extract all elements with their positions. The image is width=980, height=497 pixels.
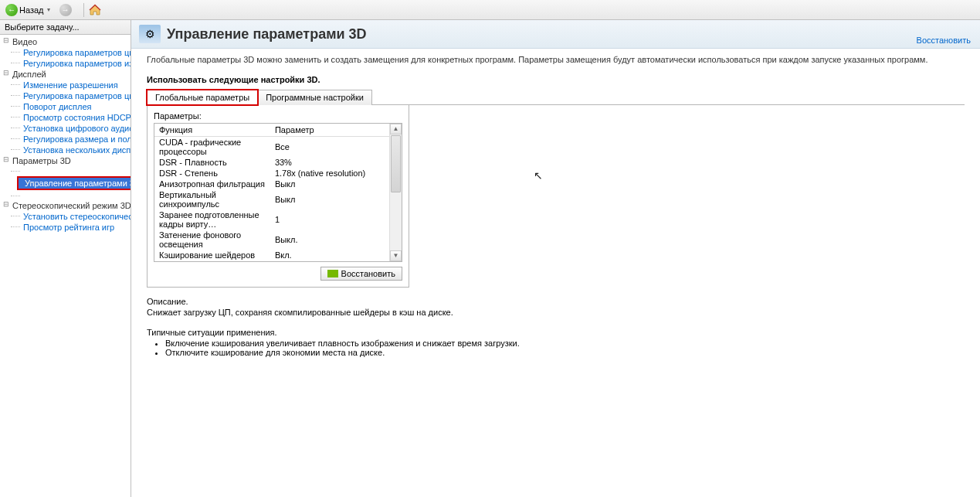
params-grid: Функция Параметр CUDA - графические проц… [154,123,402,262]
tree-item[interactable]: Настройка конфигур... [3,191,131,200]
cell-function: Затенение фонового освещения [154,230,270,250]
cell-parameter: Выкл. [270,230,389,250]
table-row[interactable]: Анизотропная фильтрацияВыкл [154,179,389,189]
cell-function: Максимальное количество заранее под… [154,260,270,261]
cell-parameter: Использовать настройку 3D-приложения [270,260,389,261]
settings-panel: Параметры: Функция Параметр CUDA - графи… [147,105,409,288]
banner-icon: ⚙ [139,25,161,43]
cell-parameter: 1.78x (native resolution) [270,168,389,179]
list-item: Включение кэширования увеличивает плавно… [165,339,965,348]
cell-parameter: Выкл [270,189,389,209]
restore-defaults-link[interactable]: Восстановить [917,36,971,45]
tree-item[interactable]: Изменение разрешения [3,80,131,90]
scrollbar[interactable]: ▲ ▼ [389,124,402,261]
tab-global[interactable]: Глобальные параметры [147,90,258,105]
toolbar: ← Назад ▾ → [0,0,980,20]
sidebar: Выберите задачу... Видео Регулировка пар… [0,20,131,497]
table-row[interactable]: Затенение фонового освещенияВыкл. [154,230,389,250]
sidebar-header: Выберите задачу... [0,20,131,35]
cell-function: CUDA - графические процессоры [154,137,270,158]
tree-item[interactable]: Регулировка параметров цвета для вид [3,47,131,58]
tree-group-video[interactable]: Видео [3,36,131,47]
home-icon[interactable] [89,4,101,16]
table-row[interactable]: DSR - Плавность33% [154,157,389,168]
back-label: Назад [19,5,44,15]
page-title: Управление параметрами 3D [167,26,367,43]
tree-item[interactable]: Регулировка параметров цвета рабочег [3,90,131,101]
cell-parameter: Выкл [270,179,389,189]
description-text: Снижает загрузку ЦП, сохраняя скомпилиро… [147,308,965,317]
tree-group-stereo[interactable]: Стереоскопический режим 3D [3,200,131,211]
cell-function: DSR - Плавность [154,157,270,168]
col-parameter[interactable]: Параметр [270,124,389,137]
tree-item-selected[interactable]: Управление параметрами 3D [19,178,131,189]
toolbar-separator [83,3,84,17]
tree-item[interactable]: Регулировка размера и положения рабо [3,134,131,145]
cell-parameter: Все [270,137,389,158]
table-row[interactable]: DSR - Степень1.78x (native resolution) [154,168,389,179]
tree-group-display[interactable]: Дисплей [3,69,131,80]
nav-tree: Видео Регулировка параметров цвета для в… [0,35,131,234]
description-label: Описание. [147,297,965,306]
tree-item[interactable]: Установка цифрового аудио [3,123,131,134]
list-item: Отключите кэширование для экономии места… [165,348,965,357]
table-row[interactable]: CUDA - графические процессорыВсе [154,137,389,158]
cell-function: Вертикальный синхроимпульс [154,189,270,209]
section-heading: Использовать следующие настройки 3D. [147,75,965,84]
tree-item[interactable]: Установка нескольких дисплеев [3,145,131,155]
cell-function: Заранее подготовленные кадры вирту… [154,209,270,230]
table-row[interactable]: Кэширование шейдеровВкл. [154,250,389,260]
scroll-up-icon[interactable]: ▲ [390,124,402,134]
tree-item[interactable]: Просмотр рейтинга игр [3,222,131,233]
scroll-down-icon[interactable]: ▼ [390,250,402,261]
tree-item[interactable]: Регулировка параметров изображения д [3,58,131,69]
back-arrow-icon: ← [5,4,18,16]
table-row[interactable]: Максимальное количество заранее под…Испо… [154,260,389,261]
cell-function: DSR - Степень [154,168,270,179]
scroll-thumb[interactable] [391,135,401,192]
restore-button-label: Восстановить [341,269,395,278]
cell-function: Кэширование шейдеров [154,250,270,260]
params-table[interactable]: Функция Параметр CUDA - графические проц… [154,124,389,261]
highlight-box: Управление параметрами 3D [17,176,131,190]
forward-arrow-icon: → [59,4,72,16]
page-description: Глобальные параметры 3D можно заменить и… [147,55,965,64]
usage-list: Включение кэширования увеличивает плавно… [147,339,965,357]
dropdown-arrow-icon: ▾ [47,6,50,13]
tab-bar: Глобальные параметры Программные настрой… [147,89,965,105]
nvidia-icon [327,270,338,277]
col-function[interactable]: Функция [154,124,270,137]
cell-function: Анизотропная фильтрация [154,179,270,189]
restore-button[interactable]: Восстановить [320,267,402,281]
back-button[interactable]: ← Назад ▾ [3,2,56,18]
tree-item[interactable]: Просмотр состояния HDCP [3,112,131,123]
table-row[interactable]: Вертикальный синхроимпульсВыкл [154,189,389,209]
main-container: Выберите задачу... Видео Регулировка пар… [0,20,980,497]
cell-parameter: 1 [270,209,389,230]
tab-program[interactable]: Программные настройки [257,90,372,105]
tree-item[interactable]: Поворот дисплея [3,101,131,112]
content-pane: ⚙ Управление параметрами 3D Восстановить… [131,20,980,497]
forward-button[interactable]: → [57,2,79,18]
page-banner: ⚙ Управление параметрами 3D Восстановить [131,20,980,49]
tree-item[interactable]: Регулировка настроек изображения с пр [3,166,131,175]
cell-parameter: Вкл. [270,250,389,260]
table-row[interactable]: Заранее подготовленные кадры вирту…1 [154,209,389,230]
tree-item[interactable]: Установить стереоскопический режим 3 [3,211,131,222]
params-label: Параметры: [154,111,402,121]
cell-parameter: 33% [270,157,389,168]
usage-label: Типичные ситуации применения. [147,328,965,337]
tree-group-3d[interactable]: Параметры 3D [3,155,131,166]
